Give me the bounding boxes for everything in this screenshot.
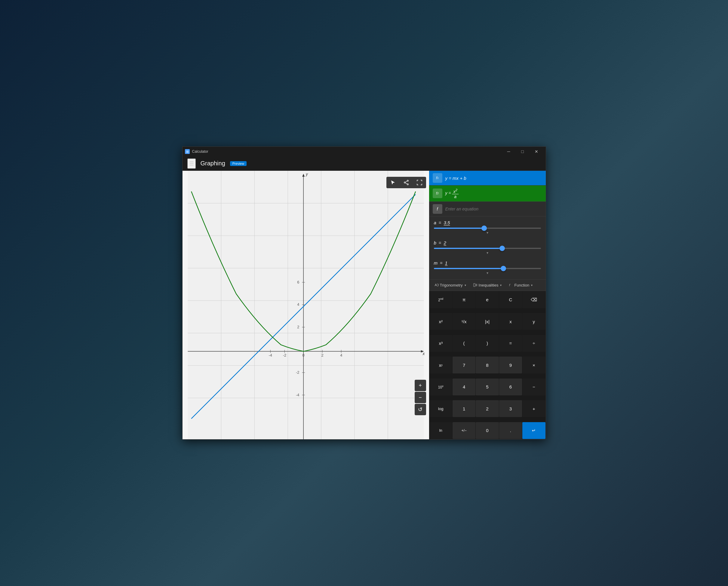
svg-line-44 [405, 181, 407, 182]
key-add[interactable]: + [522, 400, 545, 417]
title-bar-left: ⊞ Calculator [185, 149, 208, 154]
func-chevron: ▾ [531, 284, 532, 287]
slider-m-thumb[interactable] [501, 266, 506, 271]
key-close-paren[interactable]: ) [476, 335, 499, 352]
slider-a-track[interactable] [434, 228, 541, 229]
trigonometry-button[interactable]: Trigonometry ▾ [432, 282, 469, 289]
equation-input[interactable] [445, 207, 542, 211]
zoom-in-button[interactable]: + [415, 380, 426, 391]
keypad-row-5: 10x 4 5 6 − [430, 378, 545, 400]
slider-a-thumb[interactable] [482, 225, 487, 231]
ineq-icon [473, 283, 477, 287]
key-7[interactable]: 7 [452, 356, 475, 373]
key-x-squared[interactable]: x² [430, 313, 452, 330]
key-5[interactable]: 5 [476, 378, 499, 395]
equation-item-f1[interactable]: f1 y = mx + b [429, 171, 546, 186]
keypad-row-7: ln +/− 0 . ↵ [430, 422, 545, 439]
svg-text:-2: -2 [283, 353, 286, 357]
key-decimal[interactable]: . [499, 422, 522, 439]
key-e[interactable]: e [476, 291, 499, 308]
keyboard-area: Trigonometry ▾ Inequalities ▾ f Function… [429, 279, 546, 439]
cursor-tool-button[interactable] [386, 177, 400, 188]
key-0[interactable]: 0 [476, 422, 499, 439]
var-b-equals: = [439, 240, 441, 245]
maximize-button[interactable]: □ [516, 147, 529, 156]
key-subtract[interactable]: − [522, 378, 545, 395]
key-clear[interactable]: C [499, 291, 522, 308]
key-2[interactable]: 2 [476, 400, 499, 417]
key-enter[interactable]: ↵ [522, 422, 545, 439]
equation-item-f2[interactable]: f2 y = x2a [429, 186, 546, 202]
ineq-chevron: ▾ [500, 284, 501, 287]
key-pi[interactable]: π [452, 291, 475, 308]
key-x-cubed[interactable]: x³ [430, 335, 452, 352]
var-b-value: 2 [444, 240, 446, 245]
key-equals[interactable]: = [499, 335, 522, 352]
key-1[interactable]: 1 [452, 400, 475, 417]
slider-m-track[interactable] [434, 268, 541, 269]
trig-label: Trigonometry [440, 283, 463, 288]
key-backspace[interactable]: ⌫ [522, 291, 545, 308]
app-title-bar: Calculator [192, 150, 208, 154]
reset-zoom-button[interactable]: ↺ [415, 404, 426, 415]
var-m-value: 1 [445, 260, 447, 265]
key-reciprocal[interactable]: ¹/x [452, 313, 475, 330]
key-10x[interactable]: 10x [430, 378, 452, 395]
svg-text:f: f [509, 284, 511, 287]
keypad: 2nd π e C ⌫ x² ¹/x |x| x y [429, 291, 546, 439]
key-y[interactable]: y [522, 313, 545, 330]
main-content: x y -4 -2 0 2 4 4 2 -2 -4 6 [183, 171, 546, 439]
share-tool-button[interactable] [400, 177, 413, 188]
right-panel: f1 y = mx + b f2 y = x2a f [429, 171, 546, 439]
key-x-to-y[interactable]: xy [430, 356, 452, 373]
title-bar: ⊞ Calculator ─ □ ✕ [183, 147, 546, 156]
key-x[interactable]: x [499, 313, 522, 330]
keypad-row-2: x² ¹/x |x| x y [430, 313, 545, 335]
svg-text:4: 4 [340, 353, 342, 357]
func-icon: f [509, 283, 513, 287]
slider-b-track[interactable] [434, 248, 541, 249]
key-plusminus[interactable]: +/− [452, 422, 475, 439]
svg-text:6: 6 [297, 280, 299, 285]
key-divide[interactable]: ÷ [522, 335, 545, 352]
svg-text:x: x [422, 351, 425, 356]
eq-badge-f2: f2 [433, 188, 442, 198]
function-button[interactable]: f Function ▾ [506, 282, 536, 289]
eq-badge-f1: f1 [433, 173, 442, 183]
key-6[interactable]: 6 [499, 378, 522, 395]
page-title: Graphing [201, 160, 225, 167]
minimize-button[interactable]: ─ [502, 147, 516, 156]
svg-text:2: 2 [321, 353, 323, 357]
variable-b-label: b = 2 [434, 240, 541, 245]
menu-button[interactable]: ☰ [187, 158, 196, 169]
key-ln[interactable]: ln [430, 422, 452, 439]
svg-text:-4: -4 [268, 353, 272, 357]
app-icon: ⊞ [185, 149, 190, 154]
var-m-expand-button[interactable]: ▾ [434, 270, 541, 276]
keyboard-toolbar: Trigonometry ▾ Inequalities ▾ f Function… [429, 279, 546, 291]
key-2nd[interactable]: 2nd [430, 291, 452, 308]
key-log[interactable]: log [430, 400, 452, 417]
trig-icon [435, 283, 439, 287]
var-a-expand-button[interactable]: ▾ [434, 230, 541, 235]
svg-text:-4: -4 [296, 393, 299, 397]
key-4[interactable]: 4 [452, 378, 475, 395]
key-open-paren[interactable]: ( [452, 335, 475, 352]
variable-b-row: b = 2 ▾ [434, 240, 541, 256]
equation-item-f3[interactable]: f [429, 202, 546, 216]
close-button[interactable]: ✕ [529, 147, 543, 156]
svg-rect-45 [473, 284, 475, 287]
slider-b-fill [434, 248, 502, 249]
key-abs[interactable]: |x| [476, 313, 499, 330]
key-9[interactable]: 9 [499, 356, 522, 373]
var-b-expand-button[interactable]: ▾ [434, 250, 541, 256]
zoom-out-button[interactable]: − [415, 392, 426, 403]
key-multiply[interactable]: × [522, 356, 545, 373]
key-3[interactable]: 3 [499, 400, 522, 417]
inequalities-button[interactable]: Inequalities ▾ [470, 282, 505, 289]
svg-text:4: 4 [297, 302, 299, 307]
fullscreen-tool-button[interactable] [413, 177, 426, 188]
key-8[interactable]: 8 [476, 356, 499, 373]
svg-point-42 [407, 184, 408, 185]
slider-b-thumb[interactable] [499, 246, 505, 251]
